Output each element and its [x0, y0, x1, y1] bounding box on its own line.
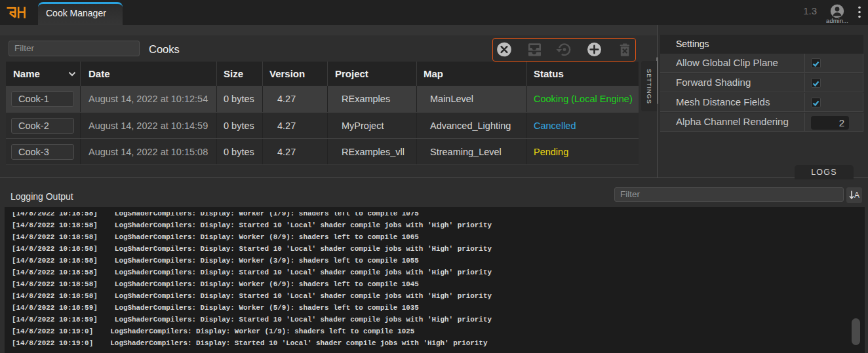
svg-text:A: A — [854, 191, 859, 200]
